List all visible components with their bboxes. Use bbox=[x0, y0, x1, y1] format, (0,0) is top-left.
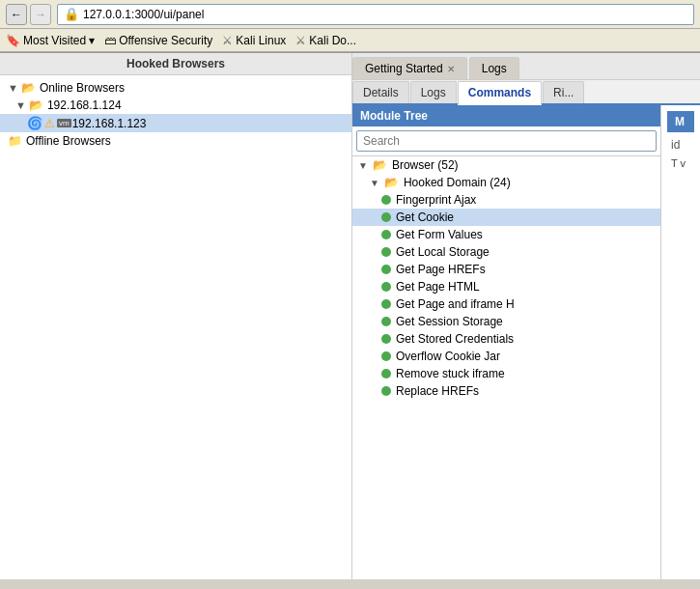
nav-bar: ← → 🔒 127.0.0.1:3000/ui/panel bbox=[0, 0, 700, 29]
browser-icon: 🌀 bbox=[27, 116, 42, 130]
collapse-arrow: ▼ bbox=[15, 99, 26, 111]
tab-ri[interactable]: Ri... bbox=[543, 81, 584, 103]
left-panel: Hooked Browsers ▼ 📂 Online Browsers ▼ 📂 … bbox=[0, 53, 352, 579]
warning-icon: ⚠ bbox=[44, 117, 55, 130]
search-box bbox=[352, 126, 660, 156]
module-item-browser[interactable]: ▼ 📂 Browser (52) bbox=[352, 156, 660, 174]
tab-label: Getting Started bbox=[365, 62, 443, 75]
info-id-label: id bbox=[667, 136, 694, 154]
module-item-remove-stuck-iframe[interactable]: Remove stuck iframe bbox=[352, 365, 660, 382]
module-item-get-page-iframe[interactable]: Get Page and iframe H bbox=[352, 295, 660, 313]
bookmark-label: Offensive Security bbox=[119, 34, 212, 47]
forward-button[interactable]: → bbox=[30, 4, 51, 25]
folder-open-icon: 📂 bbox=[21, 81, 36, 95]
tree-area: ▼ 📂 Online Browsers ▼ 📂 192.168.1.124 🌀 … bbox=[0, 75, 351, 154]
folder-open-icon: 📂 bbox=[384, 176, 399, 189]
info-panel: M id T v bbox=[661, 105, 700, 579]
tab-getting-started[interactable]: Getting Started ✕ bbox=[352, 57, 467, 79]
search-input[interactable] bbox=[356, 130, 657, 152]
status-dot bbox=[381, 212, 391, 222]
address-bar[interactable]: 🔒 127.0.0.1:3000/ui/panel bbox=[57, 4, 694, 25]
module-label: Get Cookie bbox=[396, 210, 454, 224]
module-item-hooked-domain[interactable]: ▼ 📂 Hooked Domain (24) bbox=[352, 174, 660, 191]
status-dot bbox=[381, 265, 391, 274]
module-item-get-local-storage[interactable]: Get Local Storage bbox=[352, 243, 660, 261]
status-dot bbox=[381, 282, 391, 292]
left-panel-header: Hooked Browsers bbox=[0, 53, 351, 75]
tree-item-online-browsers[interactable]: ▼ 📂 Online Browsers bbox=[0, 79, 351, 97]
module-label: Get Form Values bbox=[396, 228, 483, 241]
module-label: Replace HREFs bbox=[396, 384, 479, 398]
module-item-overflow-cookie-jar[interactable]: Overflow Cookie Jar bbox=[352, 348, 660, 365]
module-label: Get Session Storage bbox=[396, 315, 503, 328]
collapse-arrow-icon: ▼ bbox=[358, 160, 368, 171]
bookmark-most-visited[interactable]: 🔖 Most Visited ▾ bbox=[6, 34, 95, 47]
status-dot bbox=[381, 299, 391, 309]
bookmark-label: Most Visited bbox=[23, 34, 86, 47]
tree-label: Offline Browsers bbox=[26, 134, 111, 148]
tab-label: Logs bbox=[482, 62, 507, 75]
tree-item-192-168-1-123[interactable]: 🌀 ⚠ vm 192.168.1.123 bbox=[0, 114, 351, 132]
module-label: Get Local Storage bbox=[396, 245, 490, 259]
folder-closed-icon: 📁 bbox=[8, 134, 22, 148]
bookmark-icon: ⚔ bbox=[222, 34, 233, 47]
bookmark-label: Kali Do... bbox=[309, 34, 356, 47]
info-description: T v bbox=[667, 154, 694, 173]
bookmark-label: Kali Linux bbox=[236, 34, 286, 47]
vm-icon: vm bbox=[57, 119, 71, 127]
module-item-get-session-storage[interactable]: Get Session Storage bbox=[352, 313, 660, 330]
tree-label: 192.168.1.123 bbox=[72, 117, 147, 130]
module-label: Remove stuck iframe bbox=[396, 367, 505, 380]
status-dot bbox=[381, 351, 391, 361]
tab-label: Details bbox=[363, 86, 399, 99]
status-dot bbox=[381, 369, 391, 379]
module-item-get-page-hrefs[interactable]: Get Page HREFs bbox=[352, 261, 660, 278]
tabs-row1: Getting Started ✕ Logs bbox=[352, 53, 700, 80]
tab-close-icon[interactable]: ✕ bbox=[447, 64, 455, 74]
module-list: ▼ 📂 Browser (52) ▼ 📂 Hooked Domain (24) … bbox=[352, 156, 660, 579]
bookmark-icon: 🗃 bbox=[104, 34, 116, 47]
module-item-get-cookie[interactable]: Get Cookie bbox=[352, 209, 660, 226]
tree-label: Online Browsers bbox=[40, 81, 125, 95]
tree-label: 192.168.1.124 bbox=[47, 98, 122, 112]
module-item-replace-hrefs[interactable]: Replace HREFs bbox=[352, 382, 660, 400]
back-button[interactable]: ← bbox=[6, 4, 27, 25]
module-item-get-stored-credentials[interactable]: Get Stored Credentials bbox=[352, 330, 660, 348]
status-dot bbox=[381, 386, 391, 396]
folder-open-icon: 📂 bbox=[373, 158, 387, 172]
status-dot bbox=[381, 247, 391, 257]
module-item-fingerprint-ajax[interactable]: Fingerprint Ajax bbox=[352, 191, 660, 209]
chevron-down-icon: ▾ bbox=[89, 34, 95, 47]
bookmark-icon: ⚔ bbox=[295, 34, 306, 47]
tabs-row2: Details Logs Commands Ri... bbox=[352, 80, 700, 105]
tab-label: Ri... bbox=[553, 86, 574, 99]
tab-logs[interactable]: Logs bbox=[469, 57, 519, 79]
bookmark-kali-doc[interactable]: ⚔ Kali Do... bbox=[295, 34, 356, 47]
tab-commands[interactable]: Commands bbox=[458, 81, 542, 105]
address-text: 127.0.0.1:3000/ui/panel bbox=[83, 8, 204, 21]
main-content: Hooked Browsers ▼ 📂 Online Browsers ▼ 📂 … bbox=[0, 53, 700, 579]
tab-logs2[interactable]: Logs bbox=[410, 81, 457, 103]
tree-item-offline-browsers[interactable]: 📁 Offline Browsers bbox=[0, 132, 351, 150]
bookmark-icon: 🔖 bbox=[6, 34, 20, 47]
module-label: Get Stored Credentials bbox=[396, 332, 514, 346]
tab-label: Commands bbox=[468, 86, 531, 99]
module-label: Get Page HREFs bbox=[396, 263, 486, 276]
tab-details[interactable]: Details bbox=[352, 81, 409, 103]
collapse-arrow-icon: ▼ bbox=[370, 178, 379, 188]
info-panel-header: M bbox=[667, 111, 694, 132]
module-section: Module Tree ▼ 📂 Browser (52) ▼ 📂 bbox=[352, 105, 700, 579]
back-icon: ← bbox=[11, 8, 22, 21]
tree-item-192-168-1-124[interactable]: ▼ 📂 192.168.1.124 bbox=[0, 97, 351, 114]
forward-icon: → bbox=[35, 8, 46, 21]
module-item-get-form-values[interactable]: Get Form Values bbox=[352, 226, 660, 243]
bookmark-offensive-security[interactable]: 🗃 Offensive Security bbox=[104, 34, 212, 47]
module-label: Overflow Cookie Jar bbox=[396, 350, 500, 363]
module-item-get-page-html[interactable]: Get Page HTML bbox=[352, 278, 660, 295]
bookmark-kali-linux[interactable]: ⚔ Kali Linux bbox=[222, 34, 286, 47]
folder-open-icon: 📂 bbox=[29, 98, 43, 112]
module-label: Browser (52) bbox=[392, 158, 459, 172]
module-label: Get Page HTML bbox=[396, 280, 480, 294]
collapse-arrow: ▼ bbox=[8, 82, 18, 94]
module-tree-header: Module Tree bbox=[352, 105, 660, 126]
